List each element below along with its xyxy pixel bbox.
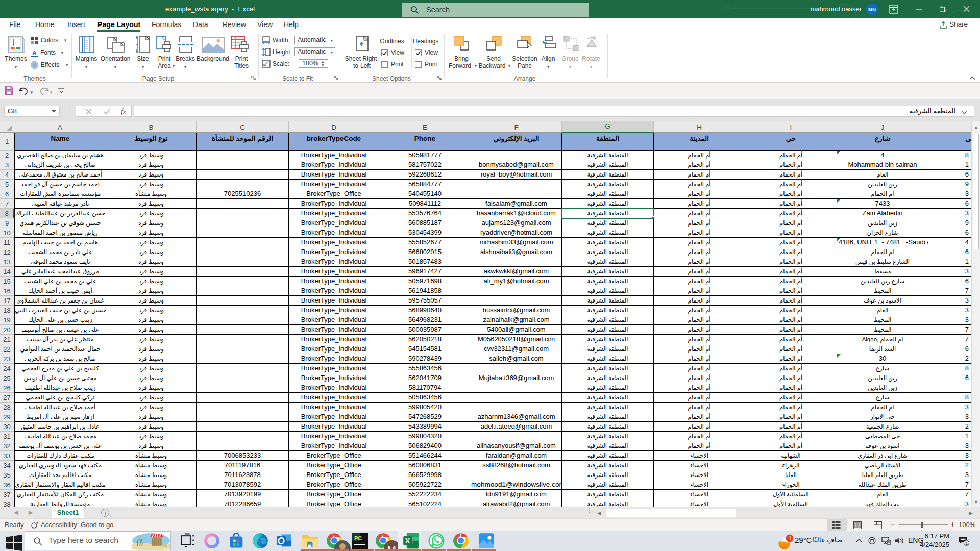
svg-text:X: X [405,537,410,545]
svg-text:A: A [32,49,37,57]
svg-text:1: 1 [789,535,792,541]
svg-text:أ: أ [13,39,15,47]
svg-text:1: 1 [965,541,968,546]
svg-text:PC: PC [354,535,362,541]
